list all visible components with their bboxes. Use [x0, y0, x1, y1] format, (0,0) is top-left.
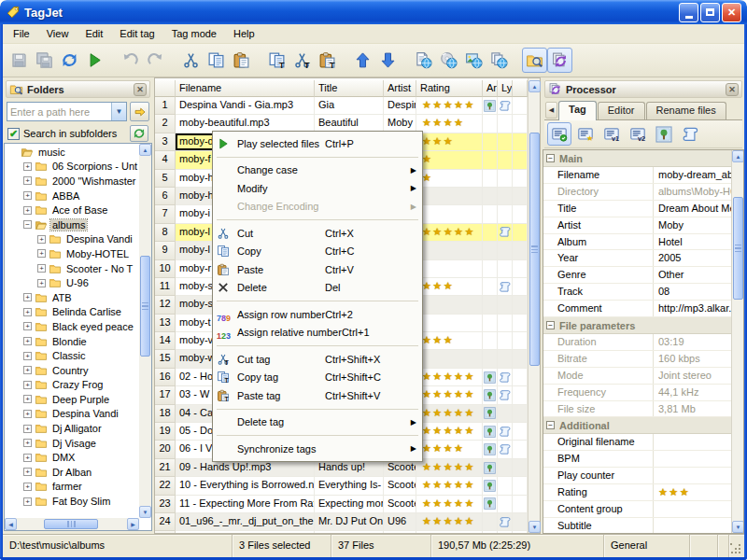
- tree-item-fat-boy-slim[interactable]: +Fat Boy Slim: [6, 494, 138, 509]
- tab-rename-files[interactable]: Rename files: [646, 102, 726, 119]
- web-files-button[interactable]: [486, 48, 512, 73]
- title-bar[interactable]: TagJet ✕: [0, 0, 747, 24]
- tree-refresh-button[interactable]: [130, 125, 148, 142]
- tree-item-atb[interactable]: +ATB: [6, 290, 138, 305]
- property-value[interactable]: Moby: [654, 217, 731, 233]
- table-row[interactable]: 2210 - Everything is Borrowed.nEverythin…: [155, 477, 528, 495]
- property-value[interactable]: [654, 518, 731, 533]
- property-value[interactable]: 08: [654, 284, 731, 300]
- property-value[interactable]: moby-dream_abou: [654, 167, 731, 183]
- context-menu-item-assign-relative-number[interactable]: 123Assign relative numberCtrl+1: [214, 324, 421, 343]
- expand-icon[interactable]: +: [23, 468, 32, 476]
- minimize-button[interactable]: [679, 3, 698, 22]
- processor-close-icon[interactable]: ✕: [726, 83, 739, 96]
- property-value[interactable]: [654, 451, 731, 467]
- collapse-icon[interactable]: −: [546, 421, 555, 429]
- scrollbar-thumb[interactable]: [529, 133, 540, 366]
- collapse-icon[interactable]: −: [23, 220, 32, 229]
- tag-v2-button[interactable]: v2: [626, 122, 650, 146]
- expand-icon[interactable]: +: [23, 293, 32, 301]
- tab-scroll-left-icon[interactable]: ◀: [545, 102, 557, 119]
- property-value[interactable]: Hotel: [654, 234, 731, 250]
- context-menu-item-cut[interactable]: CutCtrl+X: [214, 224, 421, 243]
- menu-help[interactable]: Help: [225, 25, 263, 42]
- tree-item-country[interactable]: +Country: [6, 363, 138, 378]
- expand-icon[interactable]: +: [23, 425, 32, 433]
- property-value[interactable]: Other: [654, 267, 731, 283]
- move-down-button[interactable]: [375, 48, 401, 73]
- property-value[interactable]: ★★★: [654, 484, 731, 500]
- column-header-rating[interactable]: Rating: [416, 80, 483, 97]
- table-row[interactable]: 1Despina Vandi - Gia.mp3GiaDespina★★★★★: [155, 97, 528, 115]
- expand-icon[interactable]: +: [23, 454, 32, 462]
- property-value[interactable]: 03:19: [654, 334, 731, 350]
- expand-icon[interactable]: +: [23, 395, 32, 403]
- expand-icon[interactable]: +: [23, 352, 32, 360]
- grid-scrollbar[interactable]: ▲ ▼: [731, 150, 743, 533]
- undo-button[interactable]: [118, 48, 143, 73]
- context-menu-item-change-case[interactable]: Change case▶: [214, 161, 421, 180]
- tag-v1-button[interactable]: v1: [599, 122, 624, 146]
- scrollbar-thumb[interactable]: [733, 197, 743, 300]
- tree-item-dj-alligator[interactable]: +Dj Alligator: [6, 421, 138, 436]
- tree-item-dmx[interactable]: +DMX: [6, 450, 138, 465]
- cut-button[interactable]: [178, 48, 204, 73]
- expand-icon[interactable]: +: [23, 206, 32, 215]
- tab-tag[interactable]: Tag: [558, 101, 597, 120]
- scroll-up-icon[interactable]: ▲: [529, 80, 541, 92]
- close-button[interactable]: ✕: [722, 3, 741, 22]
- expand-icon[interactable]: +: [37, 235, 46, 244]
- file-list-scrollbar[interactable]: ▲ ▼: [528, 78, 540, 533]
- scroll-up-icon[interactable]: ▲: [732, 150, 744, 162]
- tag-extra-button[interactable]: ★: [573, 122, 598, 146]
- property-value[interactable]: albums\Moby-HOT: [654, 184, 731, 200]
- scrollbar-thumb[interactable]: [44, 519, 98, 529]
- tree-item-classic[interactable]: +Classic: [6, 348, 138, 363]
- tab-editor[interactable]: Editor: [598, 102, 645, 119]
- table-row[interactable]: 2109 - Hands Up!.mp3Hands up!Scooter★★★★…: [155, 459, 528, 477]
- tree-item-2000-wishmaster[interactable]: +2000 "Wishmaster: [6, 174, 138, 189]
- tree-item-scooter-no-t[interactable]: +Scooter - No T: [6, 261, 138, 276]
- sync-tags-button[interactable]: [547, 48, 572, 73]
- expand-icon[interactable]: +: [23, 497, 32, 506]
- paste-tag-button[interactable]: T: [315, 48, 340, 73]
- context-menu-item-cut-tag[interactable]: TCut tagCtrl+Shift+X: [214, 350, 421, 369]
- web-cd-button[interactable]: [436, 48, 461, 73]
- save-all-button[interactable]: [32, 48, 57, 73]
- save-button[interactable]: [7, 48, 32, 73]
- column-header-artist[interactable]: Artist: [384, 80, 416, 97]
- refresh-button[interactable]: [57, 48, 82, 73]
- copy-tag-button[interactable]: T: [264, 48, 289, 73]
- path-input[interactable]: [7, 103, 111, 120]
- expand-icon[interactable]: +: [23, 322, 32, 330]
- play-button[interactable]: [82, 48, 107, 73]
- context-menu-item-play-selected-files[interactable]: Play selected filesCtrl+P: [214, 134, 421, 153]
- section-header-file-parameters[interactable]: −File parameters: [543, 317, 731, 334]
- context-menu-item-copy-tag[interactable]: TCopy tagCtrl+Shift+C: [214, 369, 421, 387]
- expand-icon[interactable]: +: [23, 337, 32, 345]
- expand-icon[interactable]: +: [23, 483, 32, 491]
- scroll-left-icon[interactable]: ◀: [5, 518, 17, 530]
- tree-item-dj-visage[interactable]: +Dj Visage: [6, 436, 138, 451]
- tree-item-despina-vandi[interactable]: +Despina Vandi: [6, 232, 138, 247]
- scroll-up-icon[interactable]: ▲: [139, 144, 151, 156]
- expand-icon[interactable]: +: [23, 439, 32, 447]
- tree-item-dr-alban[interactable]: +Dr Alban: [6, 465, 138, 480]
- column-header-filename[interactable]: Filename: [176, 80, 315, 97]
- context-menu-item-delete[interactable]: DeleteDel: [214, 279, 421, 298]
- context-menu-item-modify[interactable]: Modify▶: [214, 179, 421, 198]
- web-images-button[interactable]: [461, 48, 486, 73]
- scroll-right-icon[interactable]: ▶: [127, 518, 139, 530]
- context-menu-item-paste[interactable]: PasteCtrl+V: [214, 260, 421, 279]
- expand-icon[interactable]: +: [23, 308, 32, 316]
- expand-icon[interactable]: +: [23, 381, 32, 389]
- redo-button[interactable]: [143, 48, 168, 73]
- go-button[interactable]: [130, 102, 149, 121]
- tree-item-despina-vandi[interactable]: +Despina Vandi: [6, 407, 138, 422]
- maximize-button[interactable]: [700, 3, 720, 22]
- art-button[interactable]: [652, 122, 676, 146]
- scrollbar-thumb[interactable]: [140, 256, 150, 357]
- table-row[interactable]: 2502_u96_-_underwater.mp3UnderwaterU96★★…: [155, 531, 528, 533]
- section-header-main[interactable]: −Main: [543, 150, 731, 167]
- section-header-additional[interactable]: −Additional: [543, 417, 731, 434]
